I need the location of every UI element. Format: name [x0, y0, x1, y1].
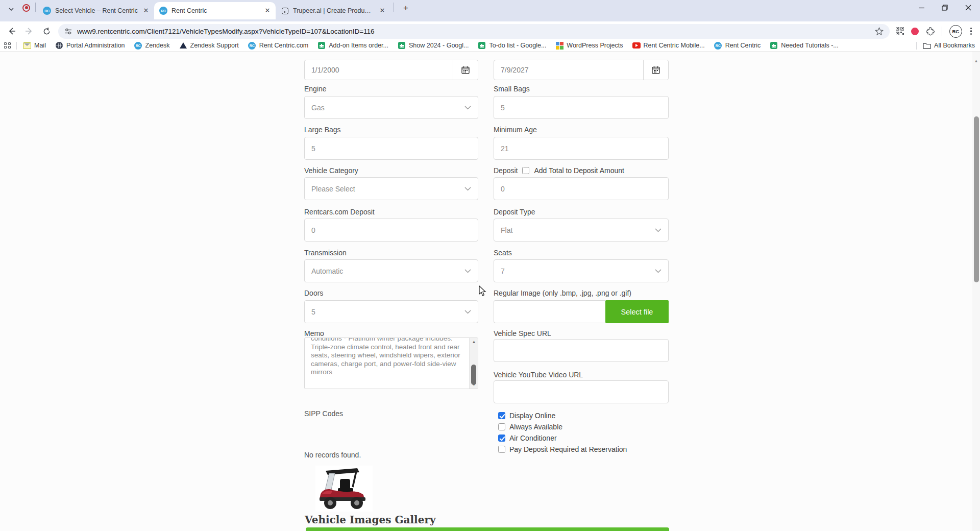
bookmark-zendesk[interactable]: RCZendesk: [134, 41, 170, 50]
scroll-down-icon[interactable]: ▼: [470, 381, 478, 389]
bookmark-rent-centric[interactable]: RCRent Centric: [714, 41, 761, 50]
tab-title: Select Vehicle – Rent Centric: [55, 7, 138, 14]
pay-deposit-checkbox[interactable]: [498, 446, 505, 453]
sipp-codes-label: SIPP Codes: [304, 409, 343, 418]
always-available-checkbox[interactable]: [498, 423, 505, 430]
vehicle-category-label: Vehicle Category: [304, 166, 358, 175]
new-tab-button[interactable]: +: [399, 2, 412, 15]
gallery-green-bar[interactable]: [306, 527, 669, 531]
large-bags-label: Large Bags: [304, 126, 341, 134]
bookmark-portal-administration[interactable]: Portal Administration: [55, 41, 125, 50]
url-bar[interactable]: www9.rentcentric.com/Client7121/VehicleT…: [58, 24, 890, 39]
recording-extension-icon[interactable]: [911, 27, 919, 35]
bookmark-zendesk-support[interactable]: Zendesk Support: [179, 41, 239, 50]
vehicle-youtube-url-input[interactable]: [494, 380, 669, 403]
page-scrollbar[interactable]: ▲: [972, 52, 980, 531]
deposit-type-select[interactable]: Flat: [494, 219, 669, 242]
display-online-checkbox[interactable]: [498, 412, 505, 419]
add-total-deposit-checkbox[interactable]: [522, 167, 529, 174]
rentcars-deposit-input[interactable]: 0: [304, 219, 478, 242]
globe-icon: [55, 41, 63, 50]
sheets-icon: [478, 41, 486, 50]
close-window-button[interactable]: [957, 0, 980, 15]
chevron-down-icon: [464, 310, 471, 314]
bookmark-wordpress-projects[interactable]: WordPress Projects: [555, 41, 623, 50]
rc-favicon-icon: RC: [134, 41, 142, 50]
profile-avatar[interactable]: RC: [949, 25, 962, 38]
deposit-type-label: Deposit Type: [494, 208, 535, 216]
date-from-value[interactable]: 1/1/2000: [305, 60, 453, 80]
tab-close-icon[interactable]: ✕: [142, 7, 150, 15]
date-to-value[interactable]: 7/9/2027: [494, 60, 643, 80]
bookmark-show-2024[interactable]: Show 2024 - Googl...: [398, 41, 469, 50]
minimum-age-input[interactable]: 21: [494, 137, 669, 160]
engine-select[interactable]: Gas: [304, 96, 478, 119]
sheets-icon: [317, 41, 326, 50]
date-from-field[interactable]: 1/1/2000: [304, 60, 478, 80]
doors-select[interactable]: 5: [304, 300, 478, 323]
rc-favicon-icon: RC: [714, 41, 722, 50]
large-bags-input[interactable]: 5: [304, 137, 478, 160]
extensions-puzzle-icon[interactable]: [926, 27, 935, 35]
bookmark-todo-list[interactable]: To-do list - Google...: [478, 41, 546, 50]
all-bookmarks-button[interactable]: All Bookmarks: [923, 41, 975, 50]
back-button[interactable]: [4, 23, 19, 39]
tab-close-icon[interactable]: ✕: [378, 7, 386, 15]
vehicle-category-select[interactable]: Please Select: [304, 177, 478, 200]
scroll-up-icon[interactable]: ▲: [470, 338, 478, 346]
date-to-field[interactable]: 7/9/2027: [494, 60, 669, 80]
scroll-up-icon[interactable]: ▲: [972, 59, 980, 63]
memo-scrollbar[interactable]: ▲ ▼: [469, 338, 478, 389]
mail-icon: [23, 41, 31, 50]
forward-button[interactable]: [21, 23, 37, 39]
bookmark-addon-items[interactable]: Add-on Items order...: [317, 41, 388, 50]
bookmark-needed-tutorials[interactable]: Needed Tutorials -...: [770, 41, 839, 50]
deposit-label: Deposit: [494, 166, 518, 175]
chevron-down-icon: [464, 106, 471, 110]
browser-menu-icon[interactable]: [969, 27, 973, 36]
apps-grid-icon[interactable]: [4, 42, 11, 49]
bookmark-rentcentric-com[interactable]: RCRent Centric.com: [248, 41, 309, 50]
page-scrollbar-thumb[interactable]: [974, 116, 979, 282]
sheets-icon: [398, 41, 406, 50]
air-conditioner-checkbox[interactable]: [498, 435, 505, 442]
tab-close-icon[interactable]: ✕: [263, 7, 272, 15]
chevron-down-icon: [464, 187, 471, 191]
select-file-button[interactable]: Select file: [605, 300, 669, 323]
transmission-select[interactable]: Automatic: [304, 259, 478, 282]
url-text[interactable]: www9.rentcentric.com/Client7121/VehicleT…: [77, 28, 871, 35]
deposit-input[interactable]: 0: [494, 177, 669, 200]
bookmark-star-icon[interactable]: [875, 27, 884, 36]
regular-image-filename-input[interactable]: [494, 300, 605, 323]
tab-search-chevron-icon[interactable]: [4, 2, 18, 16]
small-bags-label: Small Bags: [494, 85, 530, 93]
restore-button[interactable]: [933, 0, 957, 15]
display-online-row: Display Online: [498, 412, 555, 420]
bookmarks-bar: Mail Portal Administration RCZendesk Zen…: [0, 41, 980, 52]
toolbar-divider: [942, 27, 942, 36]
vehicle-thumbnail-image[interactable]: [315, 466, 373, 512]
tab-divider: [35, 3, 36, 12]
transmission-label: Transmission: [304, 249, 347, 257]
bookmark-mail[interactable]: Mail: [23, 41, 46, 50]
blocks-icon: [555, 41, 564, 50]
doors-label: Doors: [304, 289, 323, 297]
site-info-icon[interactable]: [64, 28, 72, 35]
tab-select-vehicle[interactable]: RC Select Vehicle – Rent Centric ✕: [38, 2, 154, 19]
tab-rent-centric-active[interactable]: RC Rent Centric ✕: [154, 2, 276, 19]
memo-textarea[interactable]: conditions * Platinum winter package inc…: [304, 337, 478, 389]
reload-button[interactable]: [39, 23, 54, 39]
no-records-text: No records found.: [304, 451, 361, 459]
calendar-button[interactable]: [643, 60, 668, 80]
always-available-row: Always Available: [498, 423, 562, 431]
seats-select[interactable]: 7: [494, 259, 669, 282]
qr-scan-icon[interactable]: [896, 27, 904, 35]
chevron-down-icon: [655, 269, 662, 273]
minimize-button[interactable]: [910, 0, 933, 15]
vehicle-spec-url-input[interactable]: [494, 339, 669, 362]
calendar-button[interactable]: [453, 60, 478, 80]
bookmark-rc-mobile[interactable]: Rent Centric Mobile...: [632, 41, 705, 50]
small-bags-input[interactable]: 5: [494, 96, 669, 119]
sheets-icon: [770, 41, 778, 50]
tab-trupeer[interactable]: Trupeer.ai | Create Product Vide ✕: [276, 2, 390, 19]
